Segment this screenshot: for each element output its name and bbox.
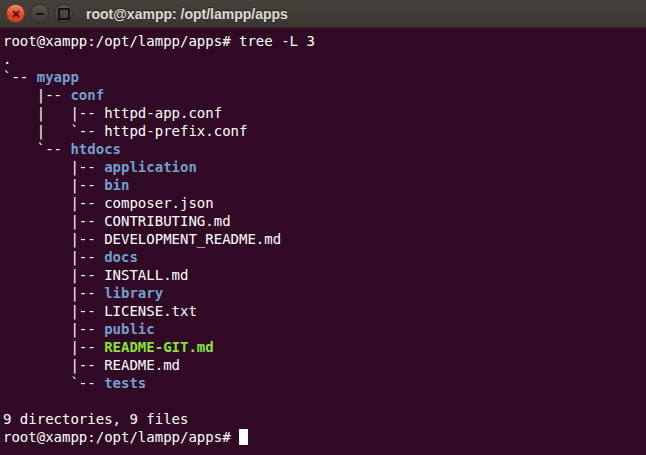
- terminal-text: root@xampp:/opt/lampp/apps#: [3, 429, 239, 445]
- terminal-line: |-- docs: [3, 248, 644, 266]
- directory-name: bin: [104, 177, 129, 193]
- terminal-line: `-- myapp: [3, 68, 644, 86]
- terminal-line: | `-- httpd-prefix.conf: [3, 122, 644, 140]
- directory-name: public: [104, 321, 155, 337]
- terminal-line: .: [3, 50, 644, 68]
- terminal-text: 9 directories, 9 files: [3, 411, 188, 427]
- terminal-output[interactable]: root@xampp:/opt/lampp/apps# tree -L 3.`-…: [0, 28, 646, 455]
- minimize-button[interactable]: [30, 4, 49, 23]
- terminal-text: |--: [3, 177, 104, 193]
- terminal-line: 9 directories, 9 files: [3, 410, 644, 428]
- title-bar[interactable]: root@xampp: /opt/lampp/apps: [0, 0, 646, 28]
- terminal-text: | `-- httpd-prefix.conf: [3, 123, 247, 139]
- terminal-window: root@xampp: /opt/lampp/apps root@xampp:/…: [0, 0, 646, 455]
- terminal-line: root@xampp:/opt/lampp/apps# tree -L 3: [3, 32, 644, 50]
- executable-file-name: README-GIT.md: [104, 339, 214, 355]
- terminal-line: [3, 392, 644, 410]
- terminal-text: |-- composer.json: [3, 195, 214, 211]
- directory-name: docs: [104, 249, 138, 265]
- terminal-text: |--: [3, 249, 104, 265]
- text-cursor: [239, 429, 248, 445]
- terminal-line: |-- public: [3, 320, 644, 338]
- terminal-line: |-- application: [3, 158, 644, 176]
- terminal-text: |-- LICENSE.txt: [3, 303, 197, 319]
- terminal-line: |-- INSTALL.md: [3, 266, 644, 284]
- terminal-line: |-- bin: [3, 176, 644, 194]
- terminal-line: `-- tests: [3, 374, 644, 392]
- terminal-text: |-- README.md: [3, 357, 180, 373]
- terminal-text: `--: [3, 141, 70, 157]
- terminal-text: |--: [3, 339, 104, 355]
- terminal-text: `--: [3, 69, 37, 85]
- directory-name: tests: [104, 375, 146, 391]
- terminal-text: |--: [3, 285, 104, 301]
- terminal-text: .: [3, 51, 11, 67]
- terminal-line: |-- README-GIT.md: [3, 338, 644, 356]
- close-button[interactable]: [6, 4, 25, 23]
- terminal-line: |-- CONTRIBUTING.md: [3, 212, 644, 230]
- terminal-text: |-- CONTRIBUTING.md: [3, 213, 231, 229]
- terminal-text: |-- DEVELOPMENT_README.md: [3, 231, 281, 247]
- maximize-button[interactable]: [54, 4, 73, 23]
- terminal-text: |-- INSTALL.md: [3, 267, 188, 283]
- terminal-line: | |-- httpd-app.conf: [3, 104, 644, 122]
- directory-name: library: [104, 285, 163, 301]
- terminal-text: `--: [3, 375, 104, 391]
- terminal-text: |--: [3, 159, 104, 175]
- terminal-line: `-- htdocs: [3, 140, 644, 158]
- terminal-line: |-- library: [3, 284, 644, 302]
- terminal-text: root@xampp:/opt/lampp/apps# tree -L 3: [3, 33, 315, 49]
- terminal-line: |-- LICENSE.txt: [3, 302, 644, 320]
- directory-name: myapp: [37, 69, 79, 85]
- directory-name: htdocs: [70, 141, 121, 157]
- terminal-line: |-- DEVELOPMENT_README.md: [3, 230, 644, 248]
- terminal-line: |-- composer.json: [3, 194, 644, 212]
- terminal-line: |-- conf: [3, 86, 644, 104]
- directory-name: application: [104, 159, 197, 175]
- terminal-text: | |-- httpd-app.conf: [3, 105, 222, 121]
- window-title: root@xampp: /opt/lampp/apps: [86, 6, 288, 22]
- terminal-text: |--: [3, 321, 104, 337]
- terminal-text: |--: [3, 87, 70, 103]
- directory-name: conf: [70, 87, 104, 103]
- terminal-line: root@xampp:/opt/lampp/apps#: [3, 428, 644, 446]
- terminal-line: |-- README.md: [3, 356, 644, 374]
